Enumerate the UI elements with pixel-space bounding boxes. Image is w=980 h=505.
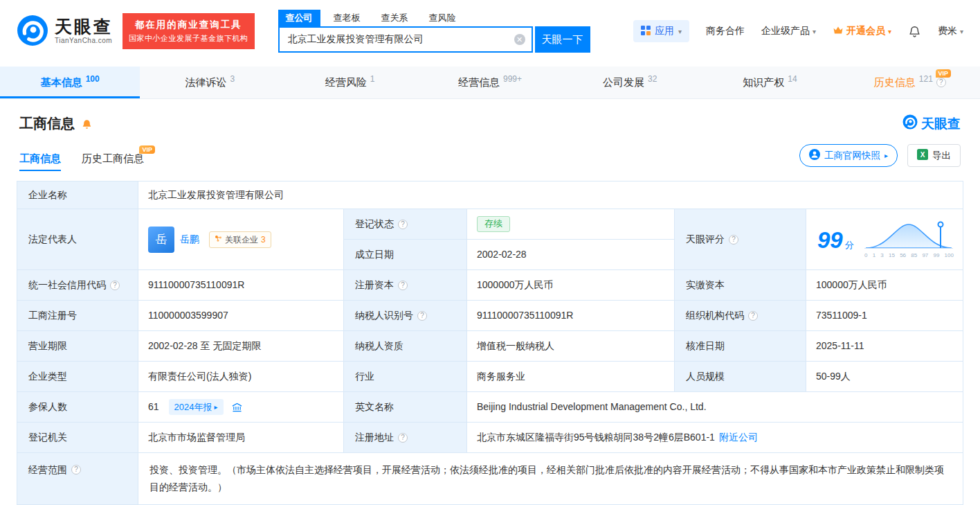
slogan-line2: 国家中小企业发展子基金旗下机构: [129, 33, 248, 44]
tab-history-info[interactable]: VIP 历史信息 121 ?: [840, 67, 980, 98]
help-icon[interactable]: ?: [748, 311, 758, 321]
business-cooperation-link[interactable]: 商务合作: [706, 25, 745, 37]
tianyancha-logo-icon: [902, 114, 918, 133]
apps-menu[interactable]: 应用 ▾: [633, 20, 689, 42]
export-button-label: 导出: [932, 150, 951, 162]
staff-size-value: 50-99人: [806, 362, 963, 392]
business-term-value: 2002-02-28 至 无固定期限: [138, 331, 344, 362]
tab-basic-info[interactable]: 基本信息 100: [0, 67, 140, 98]
official-snapshot-button[interactable]: 工商官网快照 ▸: [799, 144, 898, 167]
subtab-history-business-info[interactable]: 历史工商信息 VIP: [82, 145, 144, 171]
taxpayer-quality-label: 纳税人资质: [344, 331, 467, 362]
clear-icon[interactable]: ✕: [514, 34, 525, 45]
tab-intellectual-property[interactable]: 知识产权 14: [700, 67, 840, 98]
subscribe-bell-icon[interactable]: [81, 118, 93, 130]
score-curve-chart: 0 1 3 15 56 85 97 99 100: [863, 220, 954, 260]
slogan-banner: 都在用的商业查询工具 国家中小企业发展子基金旗下机构: [122, 13, 255, 49]
open-vip-menu[interactable]: 开通会员 ▾: [833, 25, 891, 37]
chevron-down-icon: ▾: [678, 28, 682, 35]
tab-count: 100: [86, 74, 100, 84]
search-tab-company[interactable]: 查公司: [278, 10, 320, 26]
tab-company-development[interactable]: 公司发展 32: [560, 67, 700, 98]
tianyancha-logo[interactable]: 天眼查 TianYanCha.com: [17, 15, 113, 48]
tab-count: 999+: [503, 74, 522, 84]
establish-date-value: 2002-02-28: [467, 240, 675, 270]
help-icon[interactable]: ?: [417, 311, 427, 321]
tab-label: 知识产权: [743, 76, 784, 89]
tab-operation-info[interactable]: 经营信息 999+: [420, 67, 560, 98]
tab-count: 1: [370, 74, 375, 84]
staff-size-label: 人员规模: [675, 362, 806, 392]
business-scope-value: 投资、投资管理。（市场主体依法自主选择经营项目，开展经营活动；依法须经批准的项目…: [138, 453, 963, 505]
search-tab-relation[interactable]: 查关系: [374, 10, 416, 26]
tab-label: 经营信息: [458, 76, 500, 89]
score-value[interactable]: 99 分 0 1 3 15 56 85 97 99 100: [806, 209, 963, 270]
section-title: 工商信息: [19, 114, 75, 133]
approval-date-value: 2025-11-11: [806, 331, 963, 362]
snapshot-button-label: 工商官网快照: [824, 150, 880, 162]
related-companies-tag[interactable]: 关联企业 3: [209, 231, 271, 248]
chevron-down-icon: ▾: [960, 28, 963, 35]
company-name-value: 北京工业发展投资管理有限公司: [138, 181, 963, 209]
legal-rep-link[interactable]: 岳鹏: [180, 232, 199, 247]
brand-domain: TianYanCha.com: [55, 37, 113, 44]
help-icon[interactable]: ?: [398, 220, 408, 229]
excel-icon: X: [917, 149, 928, 162]
tab-operation-risk[interactable]: 经营风险 1: [280, 67, 420, 98]
english-name-value: Beijing Industrial Development Managemen…: [467, 392, 963, 423]
chevron-right-icon: ▸: [884, 152, 888, 159]
english-name-label: 英文名称: [344, 392, 467, 423]
business-info-table: 企业名称 北京工业发展投资管理有限公司 法定代表人 岳 岳鹏 关联企业 3: [17, 181, 963, 505]
company-name-label: 企业名称: [17, 181, 138, 209]
chevron-right-icon: ▸: [215, 402, 218, 412]
help-icon[interactable]: ?: [729, 235, 738, 245]
score-unit: 分: [845, 238, 854, 252]
user-menu[interactable]: 费米 ▾: [938, 25, 963, 37]
header-menu: 应用 ▾ 商务合作 企业级产品 ▾ 开通会员 ▾ 费米: [633, 20, 963, 42]
open-vip-label: 开通会员: [846, 25, 885, 37]
help-icon[interactable]: ?: [398, 433, 408, 443]
search-input[interactable]: [278, 26, 533, 53]
legal-rep-avatar[interactable]: 岳: [148, 227, 174, 253]
reg-status-value: 存续: [467, 209, 675, 240]
nearby-companies-link[interactable]: 附近公司: [719, 430, 758, 445]
reg-authority-label: 登记机关: [17, 423, 138, 453]
notification-bell-icon[interactable]: [908, 24, 921, 38]
credit-code-label: 统一社会信用代码 ?: [17, 270, 138, 301]
chevron-down-icon: ▾: [813, 28, 816, 35]
paid-capital-label: 实缴资本: [675, 270, 806, 301]
annual-report-badge[interactable]: 2024年报 ▸: [169, 399, 224, 416]
reg-number-label: 工商注册号: [17, 301, 138, 331]
org-code-value: 73511009-1: [806, 301, 963, 331]
svg-text:X: X: [920, 151, 925, 159]
help-icon[interactable]: ?: [110, 281, 120, 290]
help-icon[interactable]: ?: [398, 281, 408, 290]
insured-label: 参保人数: [17, 392, 138, 423]
related-companies-label: 关联企业: [225, 233, 258, 246]
brand-name: 天眼查: [55, 18, 113, 35]
apps-menu-label: 应用: [655, 25, 674, 37]
subtab-business-info[interactable]: 工商信息: [19, 145, 61, 171]
address-label: 注册地址 ?: [344, 423, 467, 453]
tab-count: 32: [648, 74, 657, 84]
help-icon[interactable]: ?: [936, 78, 946, 87]
vip-badge: VIP: [936, 69, 952, 78]
help-icon[interactable]: ?: [71, 465, 81, 475]
relation-graph-icon: [215, 233, 222, 246]
tianyancha-page: 天眼查 TianYanCha.com 都在用的商业查询工具 国家中小企业发展子基…: [0, 0, 980, 505]
approval-date-label: 核准日期: [675, 331, 806, 362]
company-type-label: 企业类型: [17, 362, 138, 392]
taxpayer-id-label: 纳税人识别号 ?: [344, 301, 467, 331]
export-button[interactable]: X 导出: [907, 144, 961, 167]
score-axis-labels: 0 1 3 15 56 85 97 99 100: [863, 251, 954, 260]
reg-capital-label: 注册资本 ?: [344, 270, 467, 301]
tab-count: 14: [788, 74, 797, 84]
search-button[interactable]: 天眼一下: [535, 26, 590, 53]
slogan-line1: 都在用的商业查询工具: [129, 18, 248, 33]
search-tab-boss[interactable]: 查老板: [326, 10, 368, 26]
section-watermark: 天眼查: [902, 114, 961, 133]
enterprise-products-menu[interactable]: 企业级产品 ▾: [761, 25, 816, 37]
watermark-brand-name: 天眼查: [921, 115, 961, 133]
search-tab-risk[interactable]: 查风险: [421, 10, 464, 26]
tab-legal-litigation[interactable]: 法律诉讼 3: [140, 67, 280, 98]
